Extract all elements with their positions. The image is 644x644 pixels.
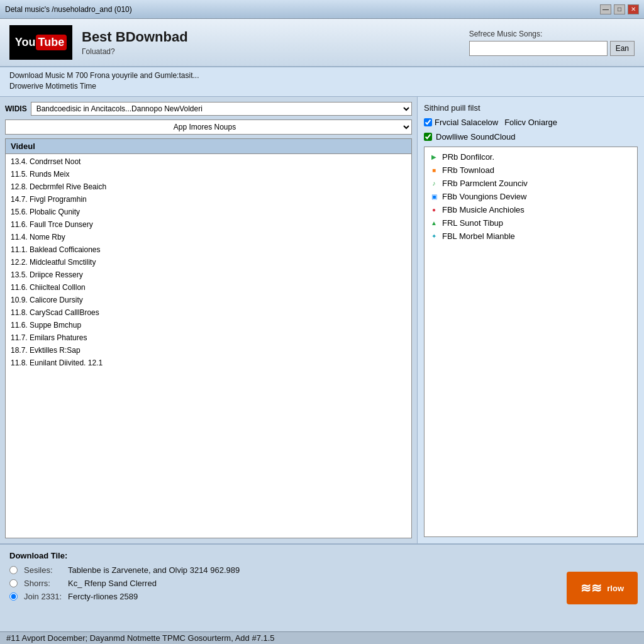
source-label: FBL Morbel Mianble: [442, 231, 515, 241]
list-item[interactable]: 11.8. Eunilant Diivited. 12.1: [6, 357, 411, 369]
list-item[interactable]: 11.6. Faull Trce Dunsery: [6, 218, 411, 231]
source-icon: ●: [430, 206, 438, 214]
download-option: Shorrs:Kc_ Rfenp Sand Clerred: [9, 579, 408, 588]
soundcloud-row: Dowlliwe SoundCloud: [424, 132, 638, 142]
option-key: Shorrs:: [24, 579, 62, 588]
minimize-button[interactable]: —: [600, 4, 611, 14]
list-item[interactable]: 11.4. Nome Rby: [6, 231, 411, 243]
download-option: Sesiles:Tablenbe is Zarvenete, and Olvip…: [9, 565, 408, 575]
filter-checkbox1[interactable]: Frvcial Salacelow: [424, 118, 498, 127]
right-panel-title: Sithind puill filst: [424, 103, 638, 113]
source-label: FRb Parmclent Zounciv: [442, 179, 528, 188]
list-item[interactable]: 15.6. Plobalic Qunity: [6, 206, 411, 218]
source-item[interactable]: ●FBb Musicle Anchioles: [430, 205, 632, 214]
sources-box: ▶PRb Donfilcor.■FRb Townload♪FRb Parmcle…: [424, 147, 638, 537]
list-item[interactable]: 11.6. Chiiclteal Colllon: [6, 281, 411, 294]
left-panel: WIDIS Bandcoedisic in Ancitacols...Danno…: [0, 97, 418, 543]
source-item[interactable]: ▲FRL Sunot Tibup: [430, 218, 632, 228]
list-item[interactable]: 10.9. Calicore Dursity: [6, 294, 411, 306]
source-item[interactable]: ▶PRb Donfilcor.: [430, 152, 632, 162]
list-item[interactable]: 11.7. Emilars Phatures: [6, 331, 411, 344]
title-bar: Detal music's /nuseholadro_and (010) — □…: [0, 0, 644, 19]
list-item[interactable]: 13.5. Driipce Ressery: [6, 269, 411, 281]
group-dropdown[interactable]: App Imores Noups: [5, 119, 412, 135]
download-tile-label: Download Tile:: [9, 551, 408, 560]
download-option-radio[interactable]: [9, 592, 18, 601]
soundcloud-waves-icon: ≋≋: [580, 580, 602, 596]
app-subtitle: Γoluatad?: [82, 47, 188, 56]
option-key: Sesiles:: [24, 565, 62, 575]
filter-checkbox1-label: Frvcial Salacelow: [435, 118, 498, 127]
option-key: Join 2331:: [24, 592, 62, 601]
right-panel: Sithind puill filst Frvcial Salacelow Fo…: [418, 97, 644, 543]
option-value: Fercty-rliones 2589: [68, 592, 138, 601]
download-option-radio[interactable]: [9, 566, 18, 574]
bottom-right: ≋≋ rlow: [418, 545, 644, 631]
maximize-button[interactable]: □: [614, 4, 625, 14]
header-title: Best BDownbad Γoluatad?: [82, 29, 188, 56]
list-item[interactable]: 11.6. Suppe Bmchup: [6, 319, 411, 331]
list-container: Videul 13.4. Condrrset Noot11.5. Runds M…: [5, 138, 412, 538]
filter-checkbox1-input[interactable]: [424, 118, 432, 126]
option-value: Tablenbe is Zarvenete, and Olvip 3214 96…: [68, 565, 240, 575]
yt-you: You: [15, 36, 36, 49]
header-search: Sefrece Music Songs: Ean: [469, 30, 635, 56]
yt-tube: Tube: [36, 35, 67, 50]
download-option: Join 2331:Fercty-rliones 2589: [9, 592, 408, 601]
filter-row: Frvcial Salacelow Folicv Oniarge: [424, 118, 638, 127]
source-item[interactable]: ✦FBL Morbel Mianble: [430, 231, 632, 241]
list-item[interactable]: 11.8. CaryScad CalllBroes: [6, 306, 411, 319]
source-icon: ▣: [430, 192, 438, 201]
list-item[interactable]: 11.5. Runds Meix: [6, 168, 411, 180]
download-options: Sesiles:Tablenbe is Zarvenete, and Olvip…: [9, 565, 408, 601]
dropdown-row: WIDIS Bandcoedisic in Ancitacols...Danno…: [5, 102, 412, 116]
list-header: Videul: [6, 139, 411, 154]
folder-dropdown[interactable]: Bandcoedisic in Ancitacols...Dannopo New…: [31, 102, 412, 116]
close-button[interactable]: ✕: [628, 4, 639, 14]
source-icon: ♪: [430, 179, 438, 188]
source-item[interactable]: ▣FBb Voungions Deview: [430, 192, 632, 201]
status-bar-text: #11 Avport Docember; Dayanmd Notmette TP…: [6, 633, 275, 643]
source-item[interactable]: ♪FRb Parmclent Zounciv: [430, 179, 632, 188]
sub-header: Download Music M 700 Frona youyrile and …: [0, 67, 644, 97]
list-item[interactable]: 13.4. Condrrset Noot: [6, 155, 411, 168]
source-icon: ✦: [430, 232, 438, 241]
soundcloud-download-button[interactable]: ≋≋ rlow: [567, 572, 638, 604]
soundcloud-checkbox[interactable]: [424, 133, 432, 141]
status-bar: #11 Avport Docember; Dayanmd Notmette TP…: [0, 631, 644, 644]
filter-checkbox2-label: Folicv Oniarge: [504, 118, 557, 127]
source-label: FBb Voungions Deview: [442, 192, 526, 201]
youtube-logo: You Tube: [9, 25, 72, 60]
source-item[interactable]: ■FRb Townload: [430, 165, 632, 175]
bottom-left: Download Tile: Sesiles:Tablenbe is Zarve…: [0, 545, 418, 631]
download-option-radio[interactable]: [9, 579, 18, 587]
list-item[interactable]: 12.8. Decbrmfel Rive Beaich: [6, 180, 411, 193]
search-row: Ean: [469, 41, 635, 56]
subheader-line1: Download Music M 700 Frona youyrile and …: [9, 71, 635, 80]
source-icon: ▶: [430, 153, 438, 162]
source-icon: ▲: [430, 219, 438, 228]
list-item[interactable]: 12.2. Midcleatful Smctility: [6, 256, 411, 269]
widis-label: WIDIS: [5, 104, 27, 113]
source-label: FBb Musicle Anchioles: [442, 205, 525, 214]
search-input[interactable]: [469, 41, 608, 56]
list-item[interactable]: 11.1. Baklead Cofficaiones: [6, 243, 411, 256]
search-label: Sefrece Music Songs:: [469, 30, 543, 38]
bottom-section: Download Tile: Sesiles:Tablenbe is Zarve…: [0, 543, 644, 631]
list-item[interactable]: 18.7. Evktilles R:Sap: [6, 344, 411, 357]
search-button[interactable]: Ean: [610, 41, 635, 56]
list-item[interactable]: 14.7. Fivgl Programhin: [6, 193, 411, 206]
option-value: Kc_ Rfenp Sand Clerred: [68, 579, 157, 588]
source-label: PRb Donfilcor.: [442, 152, 494, 162]
app-title: Best BDownbad: [82, 29, 188, 45]
source-icon: ■: [430, 166, 438, 175]
app-header: You Tube Best BDownbad Γoluatad? Sefrece…: [0, 19, 644, 67]
source-label: FRb Townload: [442, 165, 494, 175]
title-bar-text: Detal music's /nuseholadro_and (010): [5, 5, 132, 14]
title-bar-buttons: — □ ✕: [600, 4, 639, 14]
main-content: WIDIS Bandcoedisic in Ancitacols...Danno…: [0, 97, 644, 543]
subheader-line2: Drowerive Motimetis Time: [9, 82, 635, 91]
source-label: FRL Sunot Tibup: [442, 218, 503, 228]
header-left: You Tube Best BDownbad Γoluatad?: [9, 25, 188, 60]
list-body[interactable]: 13.4. Condrrset Noot11.5. Runds Meix12.8…: [6, 154, 411, 538]
